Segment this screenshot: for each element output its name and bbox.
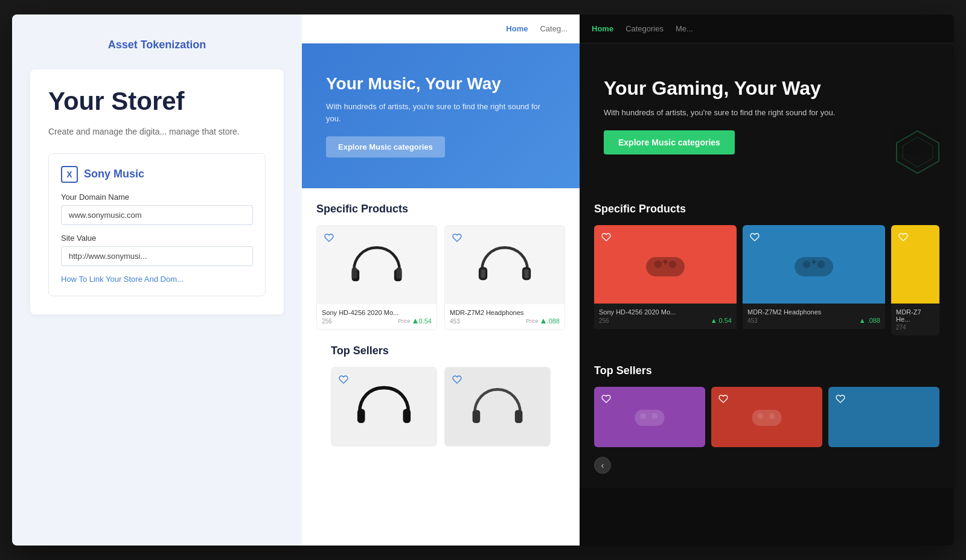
top-seller-wishlist-1[interactable]	[336, 372, 351, 387]
top-seller-wishlist-2[interactable]	[450, 372, 464, 387]
top-seller-card-2[interactable]	[444, 367, 551, 447]
top-sellers-grid	[331, 367, 551, 447]
gaming-product-info-3: MDR-Z7 He... 274	[891, 304, 939, 336]
gaming-products-title: Specific Products	[594, 203, 939, 215]
gaming-top-sellers: Top Sellers	[580, 364, 954, 488]
svg-point-18	[669, 261, 677, 269]
gaming-wishlist-2[interactable]	[747, 230, 762, 244]
gaming-price-1: ▲ 0.54	[711, 317, 732, 324]
specific-products-title: Specific Products	[316, 203, 565, 215]
product-info-2: MDR-Z7M2 Headphones 453 Price .088	[445, 304, 565, 329]
gaming-price-2: ▲ .088	[859, 317, 880, 324]
product-name-1: Sony HD-4256 2020 Mo...	[322, 309, 432, 316]
product-meta-1: 256 Price 0.54	[322, 317, 432, 325]
svg-point-28	[652, 413, 658, 419]
svg-point-30	[758, 413, 764, 419]
gaming-product-img-2	[743, 225, 885, 304]
product-id-1: 256	[322, 318, 332, 325]
products-grid: Sony HD-4256 2020 Mo... 256 Price 0.54	[316, 225, 565, 330]
gaming-product-info-2: MDR-Z7M2 Headphones 453 ▲ .088	[743, 304, 885, 329]
svg-rect-12	[473, 410, 481, 423]
gaming-nav-categories[interactable]: Categories	[625, 24, 664, 33]
explore-music-btn[interactable]: Explore Music categories	[326, 136, 445, 158]
svg-rect-2	[352, 268, 357, 279]
gaming-seller-2[interactable]	[711, 387, 822, 447]
gaming-hero: Your Gaming, Your Way With hundreds of a…	[580, 43, 954, 188]
wishlist-btn-2[interactable]	[450, 231, 464, 245]
product-name-2: MDR-Z7M2 Headphones	[450, 309, 560, 316]
gaming-nav-home[interactable]: Home	[592, 24, 613, 33]
gaming-seller-1[interactable]	[594, 387, 705, 447]
product-card-2[interactable]: MDR-Z7M2 Headphones 453 Price .088	[444, 225, 565, 330]
gaming-seller-3[interactable]	[828, 387, 939, 447]
site-value-group: Site Value	[61, 234, 253, 266]
top-sellers-section: Top Sellers	[316, 345, 565, 476]
svg-rect-26	[635, 410, 665, 426]
music-hero-title: Your Music, Your Way	[326, 74, 555, 94]
wishlist-btn-1[interactable]	[322, 231, 336, 245]
top-seller-card-1[interactable]	[331, 367, 437, 447]
gaming-product-card-2[interactable]: MDR-Z7M2 Headphones 453 ▲ .088	[743, 225, 885, 336]
gaming-product-info-1: Sony HD-4256 2020 Mo... 256 ▲ 0.54	[594, 304, 737, 329]
gaming-product-meta-1: 256 ▲ 0.54	[599, 317, 732, 324]
svg-rect-29	[752, 410, 782, 426]
gaming-products-section: Specific Products	[580, 188, 954, 364]
product-card-img-2	[445, 226, 565, 304]
gaming-product-card-1[interactable]: Sony HD-4256 2020 Mo... 256 ▲ 0.54	[594, 225, 737, 336]
svg-rect-8	[524, 269, 528, 278]
product-card-1[interactable]: Sony HD-4256 2020 Mo... 256 Price 0.54	[316, 225, 437, 330]
svg-point-17	[654, 261, 662, 269]
top-seller-headphone-1	[357, 380, 411, 434]
store-card: X Sony Music Your Domain Name Site Value…	[48, 153, 266, 296]
product-info-1: Sony HD-4256 2020 Mo... 256 Price 0.54	[317, 304, 437, 329]
gaming-product-name-3: MDR-Z7 He...	[896, 308, 935, 323]
site-value-input[interactable]	[61, 246, 253, 266]
gaming-wishlist-3[interactable]	[896, 230, 910, 244]
gaming-seller-wishlist-2[interactable]	[716, 392, 731, 406]
gaming-products-grid: Sony HD-4256 2020 Mo... 256 ▲ 0.54	[594, 225, 939, 336]
domain-input[interactable]	[61, 205, 253, 225]
gaming-seller-wishlist-1[interactable]	[599, 392, 613, 406]
svg-rect-13	[515, 410, 523, 423]
store-card-header: X Sony Music	[61, 166, 253, 183]
price-val-2: .088	[541, 317, 560, 325]
gaming-product-card-3[interactable]: MDR-Z7 He... 274	[891, 225, 939, 336]
site-value-label: Site Value	[61, 234, 253, 243]
top-sellers-title: Top Sellers	[331, 345, 551, 357]
seller-controller-1	[629, 402, 671, 432]
explore-gaming-btn[interactable]: Explore Music categories	[604, 130, 735, 154]
storefront-title: Your Storef	[48, 88, 266, 115]
gaming-product-meta-2: 453 ▲ .088	[747, 317, 880, 324]
headphone-img-2	[478, 238, 532, 292]
music-nav-categories[interactable]: Categ...	[540, 24, 568, 33]
price-val-1: 0.54	[413, 317, 432, 325]
gaming-sellers-grid	[594, 387, 939, 447]
gaming-seller-wishlist-3[interactable]	[833, 392, 848, 406]
gaming-product-img-3	[891, 225, 939, 304]
headphone-img-1	[350, 238, 404, 292]
music-nav-home[interactable]: Home	[506, 24, 528, 33]
gaming-wishlist-1[interactable]	[599, 230, 613, 244]
store-icon: X	[61, 166, 78, 183]
link-store-domain[interactable]: How To Link Your Store And Dom...	[61, 275, 253, 284]
svg-marker-4	[413, 319, 418, 323]
svg-point-27	[641, 413, 647, 419]
specific-products-section: Specific Products	[302, 188, 580, 490]
gaming-hero-desc: With hundreds of artists, you're sure to…	[604, 107, 930, 119]
svg-rect-20	[664, 259, 666, 265]
svg-rect-10	[357, 409, 365, 423]
center-panel: Home Categ... Your Music, Your Way With …	[302, 14, 580, 546]
gaming-nav-more[interactable]: Me...	[676, 24, 693, 33]
music-hero-desc: With hundreds of artists, you're sure to…	[326, 101, 555, 124]
gaming-product-name-1: Sony HD-4256 2020 Mo...	[599, 308, 732, 316]
top-seller-img-2	[445, 368, 550, 446]
gaming-top-sellers-title: Top Sellers	[594, 364, 939, 377]
top-seller-headphone-2	[470, 380, 525, 434]
svg-rect-7	[481, 269, 485, 278]
asset-tokenization-title: Asset Tokenization	[108, 39, 206, 51]
gaming-carousel-btn[interactable]: ‹	[594, 457, 611, 474]
domain-name-group: Your Domain Name	[61, 192, 253, 225]
svg-rect-25	[813, 259, 814, 265]
product-card-img-1	[317, 226, 437, 304]
left-panel: Asset Tokenization Your Storef Create an…	[12, 14, 302, 546]
